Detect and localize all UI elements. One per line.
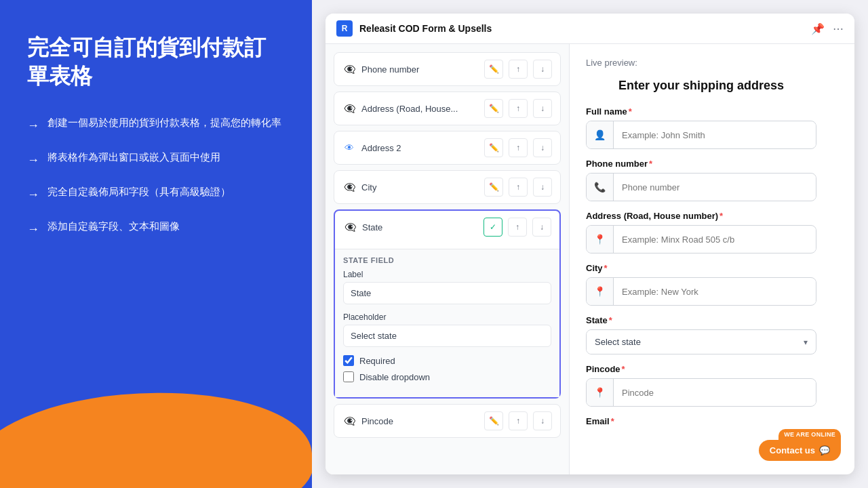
field-row-pincode: 👁️‍🗨️ Pincode ✏️ ↑ ↓ bbox=[334, 404, 561, 438]
preview-field-phone: Phone number * 📞 bbox=[586, 159, 816, 201]
arrow-icon-3: → bbox=[27, 185, 39, 205]
feature-text-1: 創建一個易於使用的貨到付款表格，提高您的轉化率 bbox=[47, 115, 281, 131]
visibility-icon-city[interactable]: 👁️‍🗨️ bbox=[342, 182, 356, 192]
required-star-pincode: * bbox=[622, 364, 625, 374]
app-icon: R bbox=[336, 20, 353, 37]
visibility-icon-address2[interactable]: 👁 bbox=[342, 142, 356, 153]
app-content: 👁️‍🗨️ Phone number ✏️ ↑ ↓ 👁️‍🗨️ Address … bbox=[326, 44, 854, 474]
address-input-wrapper: 📍 bbox=[586, 225, 816, 253]
state-label-preview: State * bbox=[586, 315, 816, 325]
location-icon-pincode: 📍 bbox=[587, 379, 614, 406]
left-panel: 完全可自訂的貨到付款訂單表格 → 創建一個易於使用的貨到付款表格，提高您的轉化率… bbox=[0, 0, 312, 488]
state-label-input[interactable] bbox=[343, 282, 551, 304]
visibility-icon-pincode[interactable]: 👁️‍🗨️ bbox=[342, 415, 356, 426]
address-input[interactable] bbox=[614, 228, 816, 251]
move-up-button-pincode[interactable]: ↑ bbox=[509, 411, 528, 430]
edit-button-phone[interactable]: ✏️ bbox=[484, 60, 503, 79]
field-label-state: State bbox=[362, 222, 478, 232]
field-row-city: 👁️‍🗨️ City ✏️ ↑ ↓ bbox=[334, 170, 561, 204]
phone-input-wrapper: 📞 bbox=[586, 173, 816, 201]
required-star-city: * bbox=[604, 263, 608, 273]
preview-field-city: City * 📍 bbox=[586, 263, 816, 306]
move-up-button-city[interactable]: ↑ bbox=[509, 178, 528, 197]
address-label: Address (Road, House number) * bbox=[586, 211, 816, 221]
state-placeholder-label: Placeholder bbox=[343, 312, 551, 322]
pincode-input[interactable] bbox=[614, 381, 816, 405]
required-checkbox[interactable] bbox=[343, 355, 354, 366]
visibility-icon-address[interactable]: 👁️‍🗨️ bbox=[342, 103, 356, 114]
state-select[interactable]: Select state California New York Texas bbox=[587, 330, 795, 354]
arrow-icon: → bbox=[27, 116, 39, 136]
edit-button-city[interactable]: ✏️ bbox=[484, 178, 503, 197]
pincode-label: Pincode * bbox=[586, 364, 816, 374]
confirm-button-state[interactable]: ✓ bbox=[484, 218, 502, 237]
app-title: Releasit COD Form & Upsells bbox=[359, 23, 492, 34]
move-up-button-phone[interactable]: ↑ bbox=[509, 60, 528, 79]
more-options-icon[interactable]: ⋯ bbox=[833, 22, 844, 35]
field-row-address2: 👁 Address 2 ✏️ ↑ ↓ bbox=[334, 131, 561, 165]
state-placeholder-input[interactable] bbox=[343, 325, 551, 347]
arrow-icon-2: → bbox=[27, 150, 39, 170]
feature-list: → 創建一個易於使用的貨到付款表格，提高您的轉化率 → 將表格作為彈出窗口或嵌入… bbox=[27, 115, 285, 239]
field-label-city: City bbox=[361, 182, 479, 192]
move-down-button-pincode[interactable]: ↓ bbox=[533, 411, 552, 430]
feature-text-4: 添加自定義字段、文本和圖像 bbox=[47, 218, 180, 235]
select-arrow-icon: ▾ bbox=[795, 338, 816, 347]
move-down-button-address[interactable]: ↓ bbox=[533, 99, 552, 118]
disable-dropdown-label: Disable dropdown bbox=[359, 372, 430, 382]
state-field-content: STATE FIELD Label Placeholder Required bbox=[335, 249, 559, 397]
phone-icon: 📞 bbox=[587, 174, 614, 201]
move-down-button-state[interactable]: ↓ bbox=[532, 218, 551, 237]
feature-item-3: → 完全自定義佈局和字段（具有高級驗證） bbox=[27, 184, 285, 205]
edit-button-address2[interactable]: ✏️ bbox=[484, 138, 503, 157]
person-icon: 👤 bbox=[587, 121, 614, 148]
pincode-input-wrapper: 📍 bbox=[586, 378, 816, 407]
preview-field-pincode: Pincode * 📍 bbox=[586, 364, 816, 407]
city-input-wrapper: 📍 bbox=[586, 277, 816, 306]
move-down-button-address2[interactable]: ↓ bbox=[533, 138, 552, 157]
disable-dropdown-group: Disable dropdown bbox=[343, 371, 551, 382]
field-row-address: 👁️‍🗨️ Address (Road, House... ✏️ ↑ ↓ bbox=[334, 92, 561, 125]
online-badge: WE ARE ONLINE bbox=[778, 429, 841, 440]
visibility-icon-phone[interactable]: 👁️‍🗨️ bbox=[342, 64, 356, 75]
move-up-button-address2[interactable]: ↑ bbox=[509, 138, 528, 157]
fullname-label: Full name * bbox=[586, 106, 816, 117]
chat-button-container: WE ARE ONLINE Contact us 💬 bbox=[759, 429, 841, 461]
headline: 完全可自訂的貨到付款訂單表格 bbox=[27, 34, 285, 90]
state-placeholder-group: Placeholder bbox=[343, 312, 551, 347]
preview-field-fullname: Full name * 👤 bbox=[586, 106, 816, 149]
disable-dropdown-checkbox[interactable] bbox=[343, 371, 354, 382]
move-down-button-phone[interactable]: ↓ bbox=[533, 60, 552, 79]
city-input[interactable] bbox=[614, 280, 816, 304]
state-field-title: STATE FIELD bbox=[343, 249, 551, 270]
feature-item-2: → 將表格作為彈出窗口或嵌入頁面中使用 bbox=[27, 149, 285, 170]
phone-label: Phone number * bbox=[586, 159, 816, 169]
field-row-state-header: 👁️‍🗨️ State ✓ ↑ ↓ bbox=[335, 211, 559, 243]
field-row-state: 👁️‍🗨️ State ✓ ↑ ↓ STATE FIELD Label bbox=[334, 209, 561, 399]
edit-button-pincode[interactable]: ✏️ bbox=[484, 411, 503, 430]
app-window: R Releasit COD Form & Upsells 📌 ⋯ 👁️‍🗨️ … bbox=[326, 14, 854, 474]
move-down-button-city[interactable]: ↓ bbox=[533, 178, 552, 197]
field-label-address2: Address 2 bbox=[361, 143, 479, 153]
feature-text-3: 完全自定義佈局和字段（具有高級驗證） bbox=[47, 184, 231, 200]
edit-button-address[interactable]: ✏️ bbox=[484, 99, 503, 118]
preview-form-title: Enter your shipping address bbox=[586, 79, 816, 93]
phone-input[interactable] bbox=[614, 176, 816, 199]
required-star-address: * bbox=[719, 211, 723, 221]
state-select-wrapper: Select state California New York Texas ▾ bbox=[586, 329, 816, 354]
feature-text-2: 將表格作為彈出窗口或嵌入頁面中使用 bbox=[47, 149, 220, 165]
pin-icon[interactable]: 📌 bbox=[811, 22, 825, 35]
field-row-phone: 👁️‍🗨️ Phone number ✏️ ↑ ↓ bbox=[334, 52, 561, 86]
visibility-icon-state[interactable]: 👁️‍🗨️ bbox=[343, 222, 357, 232]
email-label: Email * bbox=[586, 416, 816, 426]
preview-field-email: Email * bbox=[586, 416, 816, 426]
contact-us-button[interactable]: Contact us 💬 bbox=[759, 440, 841, 461]
arrow-icon-4: → bbox=[27, 220, 39, 239]
fullname-input[interactable] bbox=[614, 123, 816, 147]
location-icon-address: 📍 bbox=[587, 226, 614, 253]
city-label: City * bbox=[586, 263, 816, 273]
move-up-button-address[interactable]: ↑ bbox=[509, 99, 528, 118]
move-up-button-state[interactable]: ↑ bbox=[508, 218, 527, 237]
required-star-phone: * bbox=[649, 159, 652, 169]
right-panel: R Releasit COD Form & Upsells 📌 ⋯ 👁️‍🗨️ … bbox=[312, 0, 868, 488]
